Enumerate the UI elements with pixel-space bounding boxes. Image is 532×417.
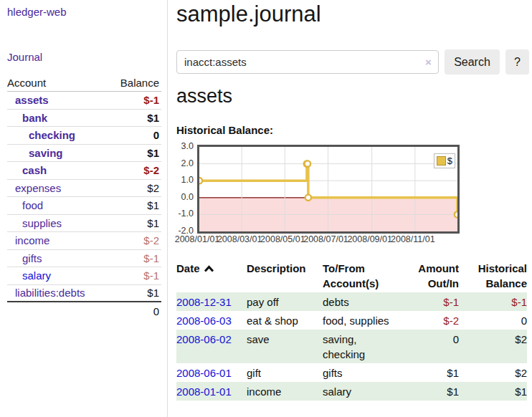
search-input[interactable]: [176, 50, 439, 74]
account-link-salary[interactable]: salary: [7, 269, 51, 282]
register-table: Date Description To/From Account(s) Amou…: [176, 259, 527, 401]
account-link-food[interactable]: food: [7, 199, 43, 211]
account-balance: $1: [147, 217, 159, 229]
account-row: liabilities:debts $1: [7, 285, 161, 303]
transaction-accounts: gifts: [323, 363, 402, 382]
transaction-date-link[interactable]: 2008-06-02: [176, 333, 232, 345]
transaction-description: save: [247, 330, 323, 363]
accounts-sidebar: Account Balance assets $-1 bank $1 check…: [7, 75, 161, 320]
app-brand-link[interactable]: hledger-web: [7, 6, 67, 18]
transaction-balance: $2: [459, 363, 527, 382]
transaction-description: pay off: [247, 292, 323, 311]
transaction-amount: $-1: [402, 292, 459, 311]
sidebar-item-journal[interactable]: Journal: [7, 51, 42, 63]
register-header-row: Date Description To/From Account(s) Amou…: [176, 259, 527, 292]
transaction-date-link[interactable]: 2008-01-01: [176, 385, 232, 398]
y-axis-tick-label: -1.0: [169, 208, 194, 219]
y-axis-tick-label: 2.0: [169, 158, 194, 168]
account-row: food $1: [7, 197, 161, 215]
legend-swatch-icon: [437, 156, 446, 166]
account-row: income $-2: [7, 232, 161, 250]
sort-ascending-icon: [204, 261, 214, 276]
sidebar-separator: [167, 0, 168, 417]
x-axis-tick-label: 2008/01/01: [174, 234, 221, 244]
account-row: cash $-2: [7, 162, 161, 180]
account-balance: $1: [147, 112, 159, 124]
transaction-row: 2008-06-02 save saving, checking 0 $2: [176, 330, 527, 363]
accounts-header-account: Account: [7, 77, 46, 89]
account-row: supplies $1: [7, 215, 161, 233]
account-balance: $2: [147, 182, 159, 194]
transaction-date-link[interactable]: 2008-06-01: [176, 367, 232, 379]
transaction-description: income: [247, 382, 323, 401]
account-balance: $-1: [143, 94, 159, 106]
transaction-description: gift: [247, 363, 323, 382]
account-balance: 0: [153, 129, 159, 141]
column-header-description: Description: [247, 259, 323, 292]
x-axis-tick-label: 2008/09/01: [346, 234, 394, 244]
chart-canvas: [199, 147, 457, 231]
account-row: assets $-1: [7, 92, 161, 110]
transaction-row: 2008-01-01 income salary $1 $1: [176, 382, 527, 401]
transaction-accounts: saving, checking: [323, 330, 402, 363]
transaction-description: eat & shop: [247, 311, 323, 330]
account-row: bank $1: [7, 110, 161, 128]
account-row: salary $-1: [7, 267, 161, 285]
account-link-supplies[interactable]: supplies: [7, 217, 62, 229]
account-row: checking 0: [7, 127, 161, 145]
account-link-saving[interactable]: saving: [7, 147, 63, 159]
transaction-balance: $-1: [459, 292, 527, 311]
account-link-cash[interactable]: cash: [7, 164, 47, 176]
account-balance: $-1: [143, 269, 159, 282]
column-header-balance: Historical Balance: [459, 259, 527, 292]
account-link-liabilities-debts[interactable]: liabilities:debts: [7, 287, 85, 299]
transaction-accounts: salary: [323, 382, 402, 401]
transaction-amount: $1: [402, 382, 459, 401]
account-balance: $1: [147, 199, 159, 211]
transaction-amount: $-2: [402, 311, 459, 330]
account-link-expenses[interactable]: expenses: [7, 182, 61, 194]
account-row: expenses $2: [7, 180, 161, 198]
account-link-checking[interactable]: checking: [7, 129, 75, 141]
account-link-assets[interactable]: assets: [7, 94, 49, 106]
transaction-row: 2008-12-31 pay off debts $-1 $-1: [176, 292, 527, 311]
account-link-bank[interactable]: bank: [7, 112, 47, 124]
transaction-accounts: food, supplies: [323, 311, 402, 330]
legend-label: $: [447, 155, 452, 166]
transaction-date-link[interactable]: 2008-12-31: [176, 296, 232, 308]
account-balance: $1: [147, 287, 159, 299]
column-header-accounts: To/From Account(s): [323, 259, 402, 292]
search-button[interactable]: Search: [445, 49, 500, 75]
chart-title: Historical Balance:: [176, 124, 273, 136]
account-balance: $-2: [143, 164, 159, 176]
x-axis-tick-label: 2008/11/01: [389, 234, 437, 244]
accounts-header-balance: Balance: [120, 77, 159, 89]
transaction-accounts: debts: [323, 292, 402, 311]
accounts-total-row: 0: [7, 302, 161, 320]
transaction-date-link[interactable]: 2008-06-03: [176, 315, 232, 327]
transaction-amount: $1: [402, 363, 459, 382]
transaction-balance: 0: [459, 311, 527, 330]
account-balance: $1: [147, 147, 159, 159]
account-row: saving $1: [7, 145, 161, 163]
column-header-date[interactable]: Date: [176, 259, 247, 292]
account-link-income[interactable]: income: [7, 234, 49, 246]
clear-search-icon[interactable]: ×: [425, 56, 432, 68]
account-title: assets: [176, 85, 232, 107]
y-axis-tick-label: 0.0: [169, 192, 194, 202]
column-header-date-label: Date: [176, 262, 200, 274]
accounts-header-row: Account Balance: [7, 75, 161, 92]
transaction-row: 2008-06-01 gift gifts $1 $2: [176, 363, 527, 382]
help-button[interactable]: ?: [505, 49, 529, 75]
account-balance: $-2: [143, 234, 159, 246]
transaction-balance: $1: [459, 382, 527, 401]
y-axis-tick-label: 3.0: [169, 141, 194, 151]
transaction-row: 2008-06-03 eat & shop food, supplies $-2…: [176, 311, 527, 330]
account-link-gifts[interactable]: gifts: [7, 252, 42, 264]
x-axis-tick-label: 2008/07/01: [303, 234, 350, 244]
x-axis-tick-label: 2008/03/01: [216, 234, 263, 244]
historical-balance-chart: $: [197, 145, 460, 234]
y-axis-tick-label: 1.0: [169, 175, 194, 185]
transaction-amount: 0: [402, 330, 459, 363]
accounts-total-value: 0: [153, 305, 159, 317]
